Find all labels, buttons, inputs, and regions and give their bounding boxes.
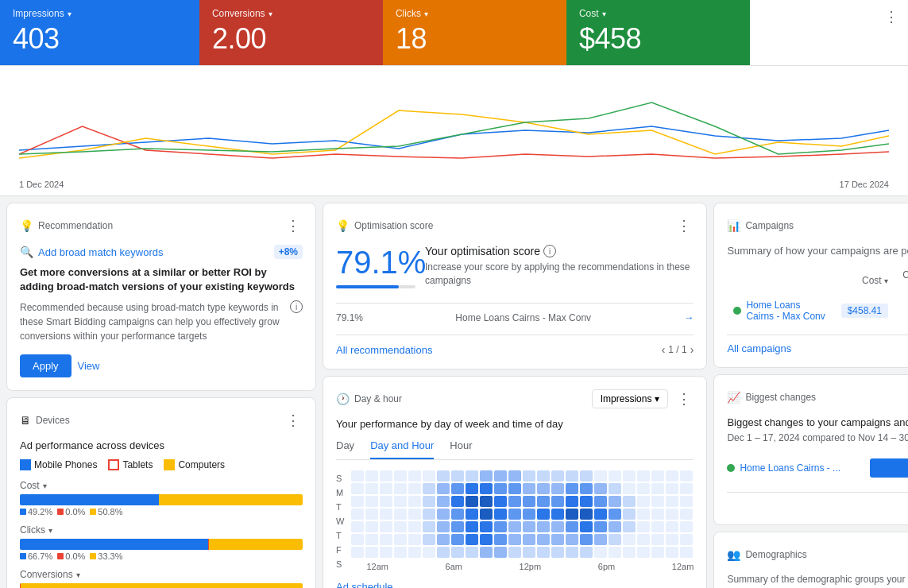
metric-card-cost[interactable]: Cost ▾ $458 — [566, 0, 750, 65]
campaigns-summary: Summary of how your campaigns are perfor… — [727, 245, 908, 257]
ad-schedule-link[interactable]: Ad schedule — [336, 581, 694, 588]
heatmap-cell — [437, 496, 450, 507]
dh-tab-hour[interactable]: Hour — [450, 439, 472, 459]
all-camps-row: All campaigns ‹ 1 / 1 › — [727, 335, 908, 354]
heatmap-cell — [365, 483, 378, 494]
heatmap-grid — [350, 470, 694, 559]
opt-desc: Increase your score by applying the reco… — [425, 261, 694, 288]
opt-prev-arrow[interactable]: ‹ — [662, 343, 666, 356]
all-campaigns-link[interactable]: All campaigns — [727, 342, 791, 354]
dh-three-dot[interactable]: ⋮ — [674, 389, 694, 408]
metric-card-clicks[interactable]: Clicks ▾ 18 — [383, 0, 566, 65]
device-conversions-label: Conversions ▾ — [20, 569, 303, 580]
demo-title: Demographics — [745, 549, 806, 560]
main-layout: 💡 Recommendation ⋮ 🔍 Add broad match key… — [0, 196, 908, 588]
camp-name-link[interactable]: Home Loans Cairns - Max Conv — [746, 300, 829, 322]
heatmap-cell — [680, 534, 693, 545]
info-icon[interactable]: i — [290, 300, 303, 313]
recommendation-keyword[interactable]: 🔍 Add broad match keywords — [20, 246, 164, 258]
heatmap-cell — [623, 547, 636, 558]
opt-title-text: Your optimisation score — [425, 245, 540, 257]
opt-three-dot[interactable]: ⋮ — [674, 216, 694, 235]
devices-header: 🖥 Devices ⋮ — [20, 411, 303, 430]
demo-icon: 👥 — [727, 548, 740, 561]
device-clicks-bar — [20, 539, 303, 550]
cost-chevron[interactable]: ▾ — [602, 10, 606, 18]
dh-dropdown[interactable]: Impressions ▾ — [592, 389, 669, 408]
demo-header: 👥 Demographics Impressions ▾ ⋮ — [727, 545, 908, 564]
clicks-yellow-pct: 33.3% — [98, 551, 122, 561]
recommendation-three-dot[interactable]: ⋮ — [284, 216, 303, 235]
devices-card: 🖥 Devices ⋮ Ad performance across device… — [6, 397, 316, 588]
heatmap-cell — [537, 547, 550, 558]
opt-layout: 79.1% Your optimisation score i Increase… — [336, 245, 694, 300]
heatmap-cell — [494, 547, 507, 558]
devices-three-dot[interactable]: ⋮ — [284, 411, 303, 430]
heatmap-cell — [351, 521, 364, 532]
heatmap-grid-wrap: 12am 6am 12pm 6pm 12am — [350, 470, 694, 571]
heatmap-cell — [551, 483, 564, 494]
conversions-chevron[interactable]: ▾ — [269, 10, 272, 18]
heatmap-cell — [394, 534, 407, 545]
heatmap-cell — [551, 470, 564, 482]
campaigns-col-cost[interactable]: Cost ▾ — [837, 266, 893, 295]
heatmap-cell — [494, 509, 507, 520]
metric-card-conversions[interactable]: Conversions ▾ 2.00 — [199, 0, 383, 65]
campaigns-header: 📊 Campaigns ⋮ — [727, 216, 908, 235]
device-conversions-bar — [20, 583, 303, 588]
metric-card-impressions[interactable]: Impressions ▾ 403 — [0, 0, 199, 65]
header-three-dot[interactable]: ⋮ — [884, 10, 898, 24]
bc-date-text: Dec 1 – 17, 2024 compared to Nov 14 – 30… — [727, 432, 908, 443]
heatmap-cell — [666, 521, 678, 532]
heatmap-cell — [551, 521, 564, 532]
clicks-chevron[interactable]: ▾ — [424, 10, 428, 18]
dh-tab-day[interactable]: Day — [336, 439, 354, 459]
bc-camp-link[interactable]: Home Loans Cairns - ... — [740, 462, 840, 474]
heatmap-cell — [480, 521, 493, 532]
legend-mobile: Mobile Phones — [20, 459, 97, 470]
cost-sort-arrow: ▾ — [884, 277, 888, 285]
opt-campaign-row: 79.1% Home Loans Cairns - Max Conv → — [336, 303, 694, 323]
opt-arrow-icon[interactable]: → — [683, 311, 694, 323]
devices-legend: Mobile Phones Tablets Computers — [20, 459, 303, 470]
heatmap-cell — [566, 534, 578, 545]
view-button[interactable]: View — [78, 360, 100, 372]
all-recs-link[interactable]: All recommendations — [336, 344, 432, 356]
campaigns-title-row: 📊 Campaigns — [727, 219, 794, 232]
heatmap-cell — [666, 483, 678, 494]
recommendation-sub-text: Recommended because using broad-match ty… — [20, 300, 285, 343]
apply-button[interactable]: Apply — [20, 354, 71, 377]
heatmap-cell — [623, 509, 636, 520]
opt-info-icon[interactable]: i — [543, 245, 556, 257]
heatmap-cell — [380, 470, 392, 482]
impressions-chevron[interactable]: ▾ — [68, 10, 71, 18]
heatmap-cell — [580, 483, 593, 494]
clock-icon: 🕐 — [336, 393, 350, 405]
heatmap-cell — [666, 470, 678, 482]
heatmap-cell — [651, 470, 664, 482]
dh-tab-day-hour[interactable]: Day and Hour — [370, 439, 434, 459]
heatmap-cell — [423, 547, 435, 558]
heatmap-cell — [365, 547, 378, 558]
legend-color-computers — [164, 459, 175, 470]
heatmap-cell — [651, 547, 664, 558]
heatmap-cell — [394, 509, 407, 520]
heatmap-cell — [551, 547, 564, 558]
cost-label: Cost ▾ — [579, 8, 737, 19]
campaigns-col-clicks[interactable]: Clicks ▾ — [894, 266, 908, 295]
heatmap-cell — [351, 534, 364, 545]
legend-tablets: Tablets — [108, 459, 153, 470]
performance-chart — [19, 79, 889, 174]
device-cost-label: Cost ▾ — [20, 480, 303, 491]
day-hour-card: 🕐 Day & hour Impressions ▾ ⋮ Your perfor… — [323, 376, 707, 588]
heatmap-cell — [494, 534, 507, 545]
heatmap-cell — [508, 509, 521, 520]
heatmap-cell — [537, 534, 550, 545]
heatmap-cell — [365, 496, 378, 507]
heatmap-cell — [466, 470, 478, 482]
campaigns-table: Cost ▾ Clicks ▾ Conversions ▾ — [727, 265, 908, 327]
demo-summary: Summary of the demographic groups your a… — [727, 574, 908, 588]
opt-next-arrow[interactable]: › — [690, 343, 694, 356]
heatmap-cell — [523, 483, 535, 494]
impressions-value: 403 — [13, 22, 187, 56]
